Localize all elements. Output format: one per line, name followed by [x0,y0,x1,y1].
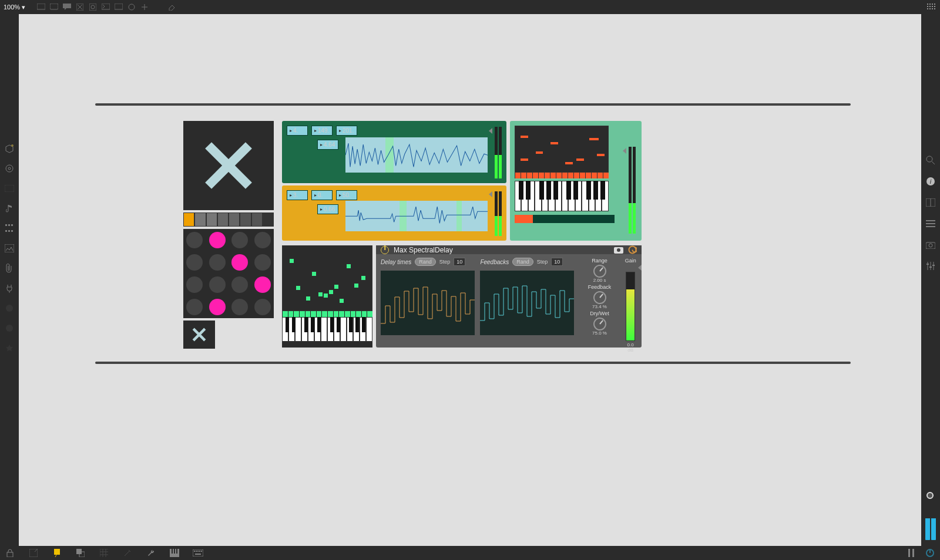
velocity-strip[interactable] [515,173,609,178]
panel-icon[interactable] [4,183,15,194]
toggle-icon[interactable] [75,2,85,12]
eraser-icon[interactable] [166,2,177,12]
swatch[interactable] [251,212,263,227]
range-knob[interactable] [593,265,606,278]
bang-icon[interactable] [88,2,98,12]
step-value[interactable]: 10 [454,258,465,266]
grid-cell[interactable] [231,276,248,293]
sequencer-grid[interactable] [282,245,372,311]
swatch[interactable] [217,212,229,227]
piano-icon[interactable] [169,548,180,558]
grid-cell[interactable] [186,232,203,248]
layers-icon[interactable] [75,548,86,558]
comment-icon[interactable] [62,2,72,12]
snapshot-icon[interactable] [614,246,623,254]
grid-cell[interactable] [231,254,248,271]
waveform-display[interactable]: 0.00 1000.00 [345,201,488,231]
lock-icon[interactable] [5,548,15,558]
dial-icon[interactable] [126,2,137,12]
grid-cell[interactable] [254,254,271,271]
svg-point-17 [929,8,931,9]
grid-cell[interactable] [209,254,226,271]
grid-cell[interactable] [186,276,203,293]
circle-b-icon[interactable] [4,323,15,333]
toggle-small[interactable] [183,321,215,349]
keyboard[interactable] [515,181,609,211]
number-icon[interactable] [100,2,111,12]
wrench-icon[interactable] [146,548,156,558]
feedbacks-graph[interactable] [480,271,574,335]
progress-bar[interactable] [515,215,615,223]
step-value[interactable]: 10 [551,258,563,266]
grid-cell[interactable] [209,276,226,293]
waveform-display[interactable]: 0.00 1000.00 2000.00 [345,137,488,173]
number-box[interactable]: 0.66 [317,204,338,214]
grid-cell[interactable] [186,254,203,271]
number-box[interactable]: 149. [311,126,333,136]
add-icon[interactable] [139,2,150,12]
number-box[interactable]: 4. [287,126,308,136]
grid-cell[interactable] [254,276,271,293]
grid-dots-icon[interactable] [926,2,936,12]
number-box[interactable]: 0. [311,190,333,200]
number-box[interactable]: 4.64 [317,140,338,150]
drywet-knob[interactable] [593,318,606,330]
flonum-icon[interactable] [113,2,124,12]
device-power-button[interactable] [381,246,389,254]
columns-icon[interactable] [925,197,936,208]
power-icon[interactable] [925,548,935,558]
step-grid[interactable] [183,229,274,318]
delay-times-graph[interactable] [381,271,475,335]
keyboard-icon[interactable] [193,548,203,558]
zoom-dropdown[interactable]: 100% ▾ [4,4,25,11]
target-icon[interactable] [4,163,15,174]
grid-cell[interactable] [254,232,271,248]
circle-p-icon[interactable] [4,303,15,313]
piano-roll[interactable] [515,126,609,173]
plug-icon[interactable] [4,283,15,294]
grid-cell[interactable] [209,299,226,315]
grid-cell[interactable] [254,299,271,315]
grid-cell[interactable] [209,232,226,248]
camera-icon[interactable] [925,239,936,250]
matrix-icon[interactable] [4,223,15,234]
grid-icon[interactable] [99,548,109,558]
rand-button[interactable]: Rand [512,258,533,266]
info-icon[interactable]: i [925,176,936,187]
wand-icon[interactable] [122,548,133,558]
message-icon[interactable] [49,2,59,12]
swatch[interactable] [194,212,206,227]
note-icon[interactable] [4,203,15,214]
image-icon[interactable] [4,243,15,254]
swatch[interactable] [183,212,194,227]
sliders-icon[interactable] [925,261,936,271]
swatch[interactable] [229,212,240,227]
rand-button[interactable]: Rand [415,258,436,266]
keyboard[interactable] [282,317,372,342]
number-box[interactable]: 201. [336,126,357,136]
grid-cell[interactable] [231,232,248,248]
toggle-large[interactable] [183,121,274,210]
attachment-icon[interactable] [4,263,15,274]
color-palette[interactable] [183,212,274,227]
velocity-strip[interactable] [282,311,372,317]
star-icon[interactable] [4,343,15,353]
presentation-icon[interactable] [28,548,39,558]
grid-cell[interactable] [186,299,203,315]
highlight-icon[interactable] [52,548,62,558]
swatch[interactable] [240,212,251,227]
number-box[interactable]: 50. [336,190,357,200]
package-icon[interactable] [4,143,15,154]
gain-meter[interactable] [626,272,635,341]
swatch[interactable] [263,212,274,227]
freeze-icon[interactable] [628,245,637,254]
search-icon[interactable] [925,155,936,166]
list-icon[interactable] [925,218,936,229]
swatch[interactable] [206,212,217,227]
patcher-canvas[interactable]: 4. 149. 201. 4.64 0.00 1000.00 2000.00 [19,14,921,546]
object-fpic-icon[interactable] [36,2,46,12]
pause-icon[interactable] [906,548,916,558]
feedback-knob[interactable] [593,291,606,304]
number-box[interactable]: 3. [287,190,308,200]
grid-cell[interactable] [231,299,248,315]
